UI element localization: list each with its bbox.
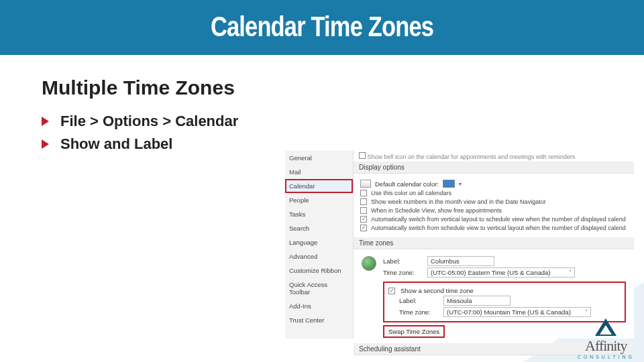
options-sidebar: General Mail Calendar People Tasks Searc… xyxy=(285,151,354,339)
slide-header: Calendar Time Zones xyxy=(0,0,644,55)
display-options-body: Default calendar color: ▾ Use this color… xyxy=(354,174,634,237)
sidebar-item-customize-ribbon[interactable]: Customize Ribbon xyxy=(285,263,353,278)
sidebar-item-language[interactable]: Language xyxy=(285,235,353,249)
sidebar-item-quick-access[interactable]: Quick Access Toolbar xyxy=(285,278,353,299)
checkbox-use-all[interactable] xyxy=(360,190,367,196)
bullet-list: File > Options > Calendar Show and Label xyxy=(42,113,602,153)
second-tz-dropdown[interactable]: (UTC-07:00) Mountain Time (US & Canada) … xyxy=(443,307,591,317)
sidebar-item-general[interactable]: General xyxy=(285,151,353,165)
checkbox-schedule-free[interactable] xyxy=(360,207,367,214)
bullet-item: File > Options > Calendar xyxy=(60,113,602,130)
sidebar-item-addins[interactable]: Add-Ins xyxy=(285,299,353,313)
checkbox-week-num[interactable] xyxy=(360,198,367,205)
display-options-header: Display options xyxy=(354,162,634,174)
swap-time-zones-button[interactable]: Swap Time Zones xyxy=(383,325,445,338)
checkbox-show-second[interactable]: ✓ xyxy=(388,288,395,294)
logo-mark-icon xyxy=(595,318,616,336)
slide-title: Calendar Time Zones xyxy=(58,11,586,43)
sidebar-item-people[interactable]: People xyxy=(285,193,353,207)
options-main: Show bell icon on the calendar for appoi… xyxy=(354,151,634,339)
checkbox-auto-s2v[interactable]: ✓ xyxy=(360,225,367,231)
slide-content: Multiple Time Zones File > Options > Cal… xyxy=(0,55,644,153)
options-dialog-screenshot: General Mail Calendar People Tasks Searc… xyxy=(285,151,634,339)
primary-label-input[interactable]: Columbus xyxy=(427,256,494,266)
tz-label: Time zone: xyxy=(399,308,438,316)
default-color-label: Default calendar color: xyxy=(375,180,439,188)
tz-label: Time zone: xyxy=(383,269,422,276)
calendar-icon xyxy=(360,180,371,188)
label-label: Label: xyxy=(399,297,438,304)
time-zones-header: Time zones xyxy=(354,237,634,249)
globe-icon xyxy=(362,256,376,271)
logo-name: Affinity xyxy=(578,337,635,355)
second-timezone-group: ✓ Show a second time zone Label: Missoul… xyxy=(383,282,626,322)
chevron-down-icon: ˅ xyxy=(569,269,572,276)
affinity-logo: Affinity CONSULTING xyxy=(578,318,635,359)
bullet-text: File > Options > Calendar xyxy=(60,113,238,129)
sidebar-item-mail[interactable]: Mail xyxy=(285,165,353,179)
sidebar-item-tasks[interactable]: Tasks xyxy=(285,207,353,221)
checkbox-auto-v2s[interactable]: ✓ xyxy=(360,216,367,223)
sidebar-item-search[interactable]: Search xyxy=(285,221,353,235)
chevron-down-icon: ˅ xyxy=(585,309,588,315)
logo-tagline: CONSULTING xyxy=(578,355,635,359)
section-title: Multiple Time Zones xyxy=(42,76,602,99)
triangle-bullet-icon xyxy=(42,117,49,126)
sidebar-item-trust-center[interactable]: Trust Center xyxy=(285,313,353,327)
sidebar-item-calendar[interactable]: Calendar xyxy=(285,179,353,193)
primary-tz-dropdown[interactable]: (UTC-05:00) Eastern Time (US & Canada) ˅ xyxy=(427,267,575,278)
sidebar-item-advanced[interactable]: Advanced xyxy=(285,249,353,263)
chevron-down-icon[interactable]: ▾ xyxy=(459,181,462,187)
bullet-text: Show and Label xyxy=(60,135,172,152)
color-swatch[interactable] xyxy=(443,180,455,188)
label-label: Label: xyxy=(383,257,422,265)
second-label-input[interactable]: Missoula xyxy=(443,296,511,306)
triangle-bullet-icon xyxy=(42,139,49,149)
show-second-label: Show a second time zone xyxy=(400,287,474,294)
prev-option-text: Show bell icon on the calendar for appoi… xyxy=(354,151,634,162)
checkbox[interactable] xyxy=(359,152,366,159)
